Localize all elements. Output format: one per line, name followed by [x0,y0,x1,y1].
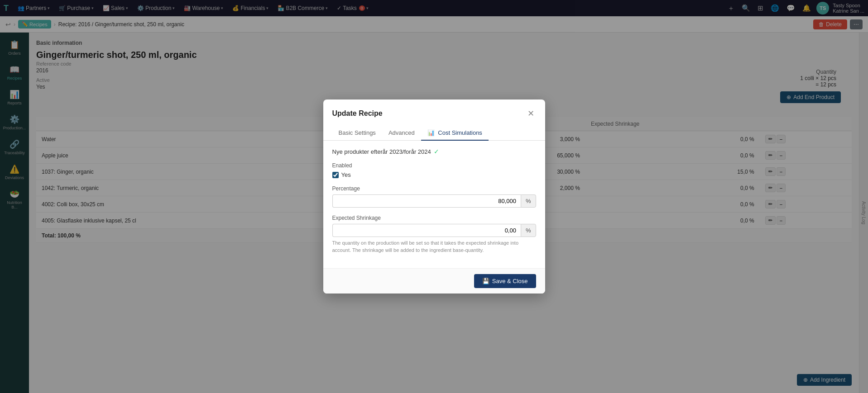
save-icon: 💾 [482,278,489,284]
enabled-value: Yes [341,171,351,178]
modal-footer: 💾 Save & Close [323,268,545,294]
percentage-input[interactable] [332,194,521,208]
enabled-field: Enabled Yes [332,162,536,178]
shrinkage-help-text: The quantity on the production will be s… [332,240,536,254]
percentage-label: Percentage [332,185,536,192]
modal-title: Update Recipe [332,109,383,118]
chart-icon: 📊 [427,129,435,136]
enabled-label: Enabled [332,162,536,169]
modal-tabs: Basic Settings Advanced 📊 Cost Simulatio… [323,126,545,141]
shrinkage-input-group: % [332,224,536,237]
enabled-checkbox-row: Yes [332,171,536,178]
check-icon: ✓ [434,148,439,155]
modal-body: Nye produkter efterår 2023/forår 2024 ✓ … [323,141,545,268]
percentage-input-group: % [332,194,536,208]
cost-sim-badge: Nye produkter efterår 2023/forår 2024 ✓ [332,148,536,155]
modal-close-button[interactable]: ✕ [526,107,536,120]
percentage-suffix: % [521,194,536,208]
shrinkage-input[interactable] [332,224,521,237]
percentage-field: Percentage % [332,185,536,208]
tab-basic-settings[interactable]: Basic Settings [332,126,382,141]
shrinkage-field: Expected Shrinkage % The quantity on the… [332,215,536,254]
modal-overlay: Update Recipe ✕ Basic Settings Advanced … [0,0,868,393]
tab-advanced[interactable]: Advanced [382,126,421,141]
tab-cost-simulations[interactable]: 📊 Cost Simulations [421,126,489,141]
modal-header: Update Recipe ✕ [323,99,545,120]
shrinkage-label: Expected Shrinkage [332,215,536,221]
update-recipe-modal: Update Recipe ✕ Basic Settings Advanced … [323,99,545,294]
shrinkage-suffix: % [521,224,536,237]
enabled-checkbox[interactable] [332,172,339,178]
save-close-button[interactable]: 💾 Save & Close [474,274,536,288]
